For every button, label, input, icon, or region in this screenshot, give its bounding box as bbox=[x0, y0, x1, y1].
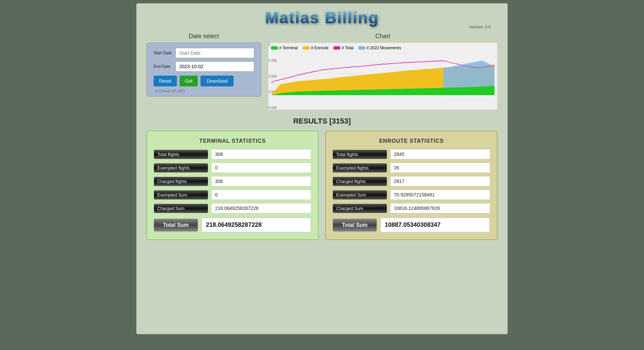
terminal-stats-panel: TERMINAL STATISTICS Total flights 308 Ex… bbox=[146, 131, 319, 240]
end-date-row: End Date bbox=[154, 61, 254, 72]
terminal-total-value: 218.0649258287228 bbox=[201, 217, 311, 233]
terminal-exempted-sum-row: Exempted Sum 0 bbox=[154, 190, 311, 200]
app-title: Matias Billing bbox=[265, 8, 379, 27]
legend-movements: # 2022 Movements bbox=[358, 46, 401, 50]
terminal-charged-sum-value: 218.0649258287228 bbox=[211, 203, 311, 213]
terminal-charged-flights-row: Charged flights 308 bbox=[154, 176, 311, 186]
enroute-total-row: Total Sum 10887.05340308347 bbox=[333, 217, 490, 233]
terminal-exempted-flights-label: Exempted flights bbox=[154, 163, 208, 172]
enroute-total-flights-label: Total flights bbox=[333, 150, 387, 159]
enroute-stats-panel: ENROUTE STATISTICS Total flights 2845 Ex… bbox=[325, 131, 498, 240]
date-select-panel: Date select Start Date End Date Reset Ge… bbox=[146, 33, 261, 110]
terminal-charged-flights-label: Charged flights bbox=[154, 177, 208, 186]
start-date-input[interactable] bbox=[176, 48, 254, 58]
enroute-color-swatch bbox=[303, 46, 310, 50]
terminal-exempted-flights-value: 0 bbox=[211, 163, 311, 173]
y-label-0: 0 bbox=[268, 43, 280, 47]
enroute-charged-flights-label: Charged flights bbox=[333, 177, 387, 186]
end-date-label: End Date bbox=[154, 64, 172, 69]
chart-svg bbox=[271, 52, 494, 96]
start-date-label: Start Date bbox=[154, 51, 172, 55]
terminal-charged-sum-label: Charged Sum bbox=[154, 204, 208, 213]
copyright: G Zelenak HC,2021 bbox=[154, 89, 254, 93]
legend-total-label: # Total bbox=[342, 46, 353, 50]
results-title: RESULTS [3153] bbox=[146, 117, 498, 126]
terminal-exempted-sum-label: Exempted Sum bbox=[154, 190, 208, 199]
top-section: Date select Start Date End Date Reset Ge… bbox=[146, 33, 498, 110]
enroute-exempted-flights-row: Exempted flights 26 bbox=[333, 163, 490, 173]
app-header: Matias Billing version 3.0 bbox=[146, 8, 498, 29]
get-button[interactable]: Get bbox=[180, 76, 198, 86]
terminal-total-flights-label: Total flights bbox=[154, 150, 208, 159]
terminal-stats-heading: TERMINAL STATISTICS bbox=[154, 138, 311, 144]
total-color-swatch bbox=[333, 46, 340, 50]
start-date-row: Start Date bbox=[154, 48, 254, 58]
enroute-exempted-sum-row: Exempted Sum 70.9285072158491 bbox=[333, 190, 490, 200]
button-row: Reset Get Download bbox=[154, 76, 254, 86]
chart-title: Chart bbox=[268, 33, 498, 40]
stats-section: TERMINAL STATISTICS Total flights 308 Ex… bbox=[146, 131, 498, 240]
legend-enroute: # Enroute bbox=[303, 46, 328, 50]
legend-enroute-label: # Enroute bbox=[311, 46, 328, 50]
y-label-4000: 4 000 bbox=[268, 106, 280, 110]
date-select-title: Date select bbox=[146, 33, 261, 40]
download-button[interactable]: Download bbox=[200, 76, 234, 86]
chart-legend: # Terminal # Enroute # Total # 2022 Move… bbox=[271, 46, 494, 50]
terminal-charged-flights-value: 308 bbox=[211, 176, 311, 186]
chart-area-container: 4 000 3 000 2 000 1 000 0 bbox=[271, 52, 494, 98]
legend-movements-label: # 2022 Movements bbox=[367, 46, 401, 50]
terminal-total-flights-row: Total flights 308 bbox=[154, 149, 311, 159]
terminal-total-flights-value: 308 bbox=[211, 149, 311, 159]
terminal-exempted-sum-value: 0 bbox=[211, 190, 311, 200]
date-select-box: Start Date End Date Reset Get Download G… bbox=[146, 43, 261, 97]
movements-color-swatch bbox=[358, 46, 365, 50]
enroute-exempted-flights-label: Exempted flights bbox=[333, 163, 387, 172]
enroute-exempted-flights-value: 26 bbox=[390, 163, 490, 173]
enroute-charged-sum-value: 10816.124895867626 bbox=[390, 203, 490, 213]
enroute-exempted-sum-value: 70.9285072158491 bbox=[390, 190, 490, 200]
legend-terminal-label: # Terminal bbox=[279, 46, 298, 50]
enroute-charged-sum-label: Charged Sum bbox=[333, 204, 387, 213]
enroute-charged-flights-row: Charged flights 2817 bbox=[333, 176, 490, 186]
reset-button[interactable]: Reset bbox=[154, 76, 177, 86]
enroute-stats-heading: ENROUTE STATISTICS bbox=[333, 138, 490, 144]
legend-total: # Total bbox=[333, 46, 353, 50]
main-container: Matias Billing version 3.0 Date select S… bbox=[136, 3, 508, 334]
enroute-charged-flights-value: 2817 bbox=[390, 176, 490, 186]
enroute-charged-sum-row: Charged Sum 10816.124895867626 bbox=[333, 203, 490, 213]
enroute-exempted-sum-label: Exempted Sum bbox=[333, 190, 387, 199]
chart-box: # Terminal # Enroute # Total # 2022 Move… bbox=[268, 43, 498, 110]
enroute-total-flights-row: Total flights 2845 bbox=[333, 149, 490, 159]
enroute-total-flights-value: 2845 bbox=[390, 149, 490, 159]
end-date-input[interactable] bbox=[176, 61, 254, 72]
terminal-charged-sum-row: Charged Sum 218.0649258287228 bbox=[154, 203, 311, 213]
chart-panel: Chart # Terminal # Enroute # Total bbox=[268, 33, 498, 110]
terminal-total-row: Total Sum 218.0649258287228 bbox=[154, 217, 311, 233]
terminal-exempted-flights-row: Exempted flights 0 bbox=[154, 163, 311, 173]
enroute-total-label: Total Sum bbox=[333, 219, 377, 232]
terminal-total-label: Total Sum bbox=[154, 219, 198, 232]
chart-svg-container bbox=[271, 52, 494, 98]
enroute-total-value: 10887.05340308347 bbox=[380, 217, 490, 233]
